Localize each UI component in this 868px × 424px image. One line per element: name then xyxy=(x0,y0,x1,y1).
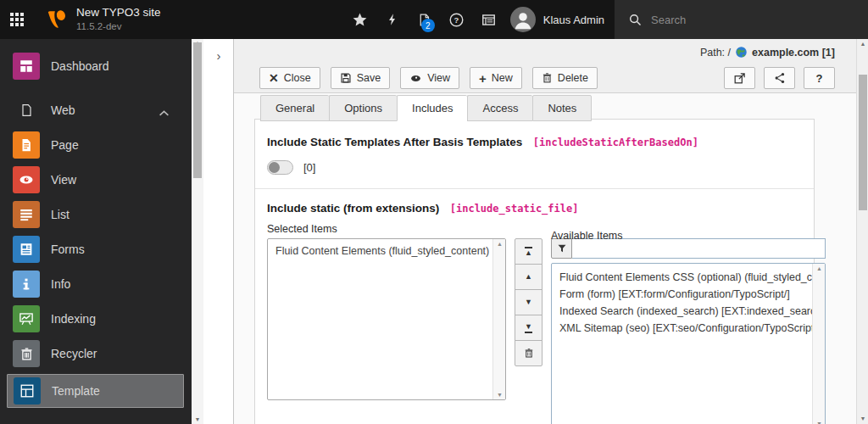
move-down-icon: ▼ xyxy=(525,298,532,306)
expand-pagetree-button[interactable]: › xyxy=(209,46,228,64)
topbar: New TYPO3 site 11.5.2-dev 2 ? Klaus Admi… xyxy=(0,0,868,39)
scroll-down-arrow[interactable]: ▼ xyxy=(192,416,203,424)
tab-notes[interactable]: Notes xyxy=(532,95,592,121)
sidebar-item-indexing[interactable]: Indexing xyxy=(0,302,192,336)
site-globe-icon xyxy=(735,46,748,59)
close-icon: ✕ xyxy=(269,72,279,84)
bookmark-star-icon[interactable] xyxy=(344,0,376,39)
trash-icon xyxy=(542,72,553,84)
scroll-down-arrow[interactable]: ▼ xyxy=(813,421,826,424)
list-item[interactable]: Fluid Content Elements CSS (optional) (f… xyxy=(552,264,825,286)
tab-includes[interactable]: Includes xyxy=(397,95,467,121)
toggle-switch[interactable] xyxy=(267,160,293,175)
field-label: Include Static Templates After Basis Tem… xyxy=(267,136,522,148)
field-code-tag: [includeStaticAfterBasedOn] xyxy=(533,137,698,148)
available-items-label: Available Items xyxy=(551,230,623,242)
open-docs-badge: 2 xyxy=(421,19,435,32)
open-in-new-window-icon xyxy=(733,72,746,85)
save-button[interactable]: Save xyxy=(331,67,391,89)
move-to-bottom-button[interactable]: ▼ xyxy=(515,315,542,341)
site-title: New TYPO3 site xyxy=(76,6,161,20)
view-eye-icon xyxy=(13,166,40,193)
path-label: Path: / xyxy=(700,47,731,59)
sidebar-item-template[interactable]: Template xyxy=(7,374,184,408)
site-name: example.com [1] xyxy=(752,47,835,59)
svg-text:?: ? xyxy=(454,14,459,24)
open-in-new-window-button[interactable] xyxy=(724,67,755,89)
field-include-static-file: Include static (from extensions) [includ… xyxy=(255,189,814,424)
breadcrumb: Path: / example.com [1] xyxy=(700,46,835,59)
template-icon xyxy=(14,377,41,404)
scroll-up-arrow[interactable]: ▲ xyxy=(857,40,868,48)
tab-access[interactable]: Access xyxy=(467,95,532,121)
available-items-list[interactable]: Fluid Content Elements CSS (optional) (f… xyxy=(551,263,826,424)
tab-content-panel: Include Static Templates After Basis Tem… xyxy=(254,119,815,424)
selected-items-label: Selected Items xyxy=(267,223,802,235)
move-down-button[interactable]: ▼ xyxy=(515,289,542,315)
indexing-icon xyxy=(13,305,40,332)
move-to-bottom-icon: ▼ xyxy=(525,323,532,333)
field-code-tag: [include_static_file] xyxy=(450,203,579,215)
view-button[interactable]: View xyxy=(400,67,459,89)
open-docs-icon[interactable]: 2 xyxy=(409,0,441,39)
user-menu[interactable]: Klaus Admin xyxy=(510,7,604,32)
share-icon xyxy=(774,72,786,84)
site-version: 11.5.2-dev xyxy=(76,20,161,32)
module-menu-toggle[interactable] xyxy=(0,0,34,39)
selected-items-scrollbar[interactable]: ▲ ▼ xyxy=(492,239,505,399)
move-to-top-button[interactable]: ▲ xyxy=(515,238,542,265)
share-button[interactable] xyxy=(764,67,795,89)
scrollbar-thumb[interactable] xyxy=(193,42,202,178)
topbar-search[interactable] xyxy=(615,0,868,39)
sidebar-item-list[interactable]: List xyxy=(0,198,192,232)
save-floppy-icon xyxy=(340,72,352,84)
docheader: Path: / example.com [1] ✕ Close Save xyxy=(234,39,856,93)
move-buttons: ▲ ▲ ▼ ▼ xyxy=(515,238,542,366)
backend-user-list-icon[interactable] xyxy=(473,0,505,39)
list-item[interactable]: XML Sitemap (seo) [EXT:seo/Configuration… xyxy=(552,320,825,337)
scroll-down-arrow[interactable]: ▼ xyxy=(857,415,868,423)
module-menu-scrollbar[interactable]: ▲ ▼ xyxy=(192,39,203,424)
content-scrollbar[interactable]: ▲ ▼ xyxy=(856,39,868,424)
tab-options[interactable]: Options xyxy=(329,95,397,121)
sidebar-item-dashboard[interactable]: Dashboard xyxy=(0,49,192,83)
move-up-button[interactable]: ▲ xyxy=(515,264,542,290)
typo3-logo[interactable] xyxy=(46,8,68,31)
search-input[interactable] xyxy=(651,14,804,26)
web-section-icon xyxy=(13,97,40,124)
available-items-scrollbar[interactable]: ▲ ▼ xyxy=(812,264,825,424)
forms-icon xyxy=(13,236,40,263)
toggle-value: [0] xyxy=(303,161,315,174)
sidebar-section-web[interactable]: Web xyxy=(0,93,192,127)
help-icon[interactable]: ? xyxy=(441,0,473,39)
list-item[interactable]: Indexed Search (indexed_search) [EXT:ind… xyxy=(552,303,825,320)
list-item[interactable]: Form (form) [EXT:form/Configuration/Typo… xyxy=(552,286,825,303)
delete-button[interactable]: Delete xyxy=(532,67,598,89)
page-icon xyxy=(13,131,40,159)
scroll-up-arrow[interactable]: ▲ xyxy=(813,265,826,271)
close-button[interactable]: ✕ Close xyxy=(259,67,320,89)
sidebar-item-recycler[interactable]: Recycler xyxy=(0,337,192,371)
selected-items-list[interactable]: Fluid Content Elements (fluid_styled_con… xyxy=(267,238,506,400)
module-menu: Dashboard Web Page View List Forms xyxy=(0,39,192,424)
tab-general[interactable]: General xyxy=(260,95,329,121)
sidebar-item-view[interactable]: View xyxy=(0,163,192,197)
sidebar-item-page[interactable]: Page xyxy=(0,128,192,162)
help-button[interactable]: ? xyxy=(804,67,835,89)
field-include-static-after: Include Static Templates After Basis Tem… xyxy=(255,120,814,189)
scroll-down-arrow[interactable]: ▼ xyxy=(493,392,506,398)
recycler-trash-icon xyxy=(13,340,40,367)
remove-item-button[interactable] xyxy=(515,340,542,366)
scroll-up-arrow[interactable]: ▲ xyxy=(493,241,506,247)
list-icon xyxy=(13,201,40,228)
apps-grid-icon xyxy=(10,13,24,26)
scrollbar-thumb[interactable] xyxy=(859,75,867,210)
sidebar-item-info[interactable]: Info xyxy=(0,267,192,301)
clear-cache-bolt-icon[interactable] xyxy=(376,0,409,39)
chevron-up-icon[interactable] xyxy=(159,105,170,120)
docheader-meta-buttons: ? xyxy=(724,67,835,89)
sidebar-item-forms[interactable]: Forms xyxy=(0,232,192,266)
new-button[interactable]: + New xyxy=(470,67,522,89)
list-item[interactable]: Fluid Content Elements (fluid_styled_con… xyxy=(268,239,505,259)
avatar xyxy=(510,7,536,32)
